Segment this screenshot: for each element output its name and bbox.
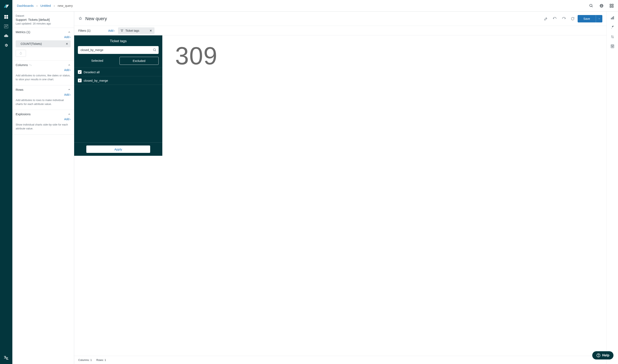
breadcrumb-sep: › xyxy=(54,4,55,7)
explosions-help: Show individual charts side-by-side for … xyxy=(16,123,71,131)
status-rows: Rows: 1 xyxy=(96,358,106,362)
filter-popover: Ticket tags Selected Excluded xyxy=(74,35,162,156)
top-bar: Dashboards › Untitled › new_query xyxy=(12,0,618,12)
settings-nav-icon[interactable] xyxy=(4,43,9,48)
apply-button[interactable]: Apply xyxy=(86,145,150,153)
side-rail xyxy=(0,0,12,364)
svg-rect-14 xyxy=(610,6,611,7)
svg-rect-5 xyxy=(6,17,8,19)
status-columns: Columns: 1 xyxy=(78,358,92,362)
svg-point-7 xyxy=(590,4,592,7)
breadcrumb: Dashboards › Untitled › new_query xyxy=(17,4,73,7)
help-button[interactable]: Help xyxy=(592,351,614,360)
filter-search-input[interactable] xyxy=(78,46,159,54)
checkbox-icon[interactable]: ✓ xyxy=(78,70,82,74)
result-area: Ticket tags Selected Excluded xyxy=(74,35,606,356)
svg-rect-4 xyxy=(4,17,6,19)
svg-point-28 xyxy=(612,47,613,47)
tab-selected[interactable]: Selected xyxy=(78,57,117,65)
svg-point-29 xyxy=(613,47,613,47)
explosions-title: Explosions xyxy=(16,112,31,116)
dashboard-nav-icon[interactable] xyxy=(4,14,9,19)
globe-icon[interactable] xyxy=(599,4,604,8)
filter-icon xyxy=(121,29,124,32)
popover-title: Ticket tags xyxy=(74,35,162,46)
bar-chart-icon[interactable] xyxy=(611,16,614,20)
svg-rect-15 xyxy=(612,6,613,7)
redo-icon[interactable] xyxy=(562,17,566,21)
filters-label: Filters (1) xyxy=(78,29,90,32)
refresh-icon[interactable] xyxy=(571,17,575,21)
metric-remove-icon[interactable]: ✕ xyxy=(66,42,68,45)
columns-section: Columns Add› Add attributes to columns, … xyxy=(12,61,74,85)
metrics-title: Metrics (1) xyxy=(16,30,30,34)
filter-remove-icon[interactable]: ✕ xyxy=(150,29,152,32)
sort-icon[interactable] xyxy=(611,35,614,39)
cloud-nav-icon[interactable] xyxy=(4,33,9,38)
metric-chip-text: COUNT(Tickets) xyxy=(21,42,66,45)
columns-add-link[interactable]: Add› xyxy=(16,68,71,72)
rows-section-head[interactable]: Rows xyxy=(16,88,71,91)
rows-add-link[interactable]: Add› xyxy=(16,93,71,96)
svg-rect-3 xyxy=(6,15,8,17)
config-panel: Dataset Support: Tickets [default] Last … xyxy=(12,12,74,364)
svg-rect-2 xyxy=(4,15,6,17)
metrics-section: Metrics (1) Add› COUNT(Tickets) ✕ xyxy=(12,28,74,61)
reports-nav-icon[interactable] xyxy=(4,24,9,29)
filter-bar: Filters (1) Add› Ticket tags ✕ xyxy=(74,26,606,35)
columns-title: Columns xyxy=(16,63,32,67)
chevron-up-icon xyxy=(68,64,71,66)
search-icon[interactable] xyxy=(589,4,593,8)
undo-icon[interactable] xyxy=(552,17,557,21)
help-label: Help xyxy=(602,353,609,357)
apps-icon[interactable] xyxy=(610,4,614,8)
calculator-icon[interactable] xyxy=(611,44,614,48)
tab-excluded[interactable]: Excluded xyxy=(120,57,159,65)
metric-chip[interactable]: COUNT(Tickets) ✕ xyxy=(16,40,71,47)
columns-section-head[interactable]: Columns xyxy=(16,63,71,67)
chart-type-panel xyxy=(606,12,618,364)
breadcrumb-sep: › xyxy=(37,4,38,7)
droplet-icon xyxy=(19,52,22,55)
filter-option-label: closed_by_merge xyxy=(84,79,108,82)
breadcrumb-dashboards[interactable]: Dashboards xyxy=(17,4,34,7)
svg-point-17 xyxy=(153,49,155,51)
query-title[interactable]: New query xyxy=(85,16,541,21)
rows-section: Rows Add› Add attributes to rows to make… xyxy=(12,85,74,110)
query-panel: New query xyxy=(74,12,606,364)
chevron-up-icon xyxy=(68,88,71,91)
explosions-section-head[interactable]: Explosions xyxy=(16,112,71,116)
filter-option-row[interactable]: ✓ closed_by_merge xyxy=(74,76,162,85)
svg-point-27 xyxy=(611,47,612,47)
deselect-all-row[interactable]: ✓ Deselect all xyxy=(74,68,162,76)
explosions-add-link[interactable]: Add› xyxy=(16,117,71,121)
dataset-label: Dataset xyxy=(16,14,71,17)
breadcrumb-current: new_query xyxy=(58,4,73,7)
svg-rect-23 xyxy=(611,45,614,46)
breadcrumb-untitled[interactable]: Untitled xyxy=(40,4,51,7)
pin-icon[interactable] xyxy=(78,17,82,21)
svg-rect-21 xyxy=(613,16,614,19)
app-logo[interactable] xyxy=(2,2,10,10)
svg-line-8 xyxy=(592,6,593,7)
search-icon[interactable] xyxy=(153,48,157,52)
save-dropdown-icon[interactable] xyxy=(596,15,602,22)
filters-add-link[interactable]: Add› xyxy=(108,29,115,32)
metrics-section-head[interactable]: Metrics (1) xyxy=(16,30,71,34)
paint-icon[interactable] xyxy=(611,26,614,29)
svg-marker-1 xyxy=(6,5,9,8)
save-button[interactable]: Save xyxy=(578,15,602,22)
svg-marker-16 xyxy=(121,30,123,31)
checkbox-icon[interactable]: ✓ xyxy=(78,78,82,82)
svg-rect-19 xyxy=(611,18,612,19)
edit-icon[interactable] xyxy=(544,17,548,21)
dataset-header[interactable]: Dataset Support: Tickets [default] Last … xyxy=(12,12,74,28)
metrics-add-link[interactable]: Add› xyxy=(16,35,71,39)
rows-title: Rows xyxy=(16,88,24,91)
filter-chip-ticket-tags[interactable]: Ticket tags ✕ xyxy=(118,27,154,34)
zendesk-logo-icon[interactable] xyxy=(4,355,9,360)
result-value: 309 xyxy=(175,41,218,70)
svg-rect-13 xyxy=(612,4,613,5)
drop-placeholder[interactable] xyxy=(16,50,26,57)
query-header: New query xyxy=(74,12,606,26)
